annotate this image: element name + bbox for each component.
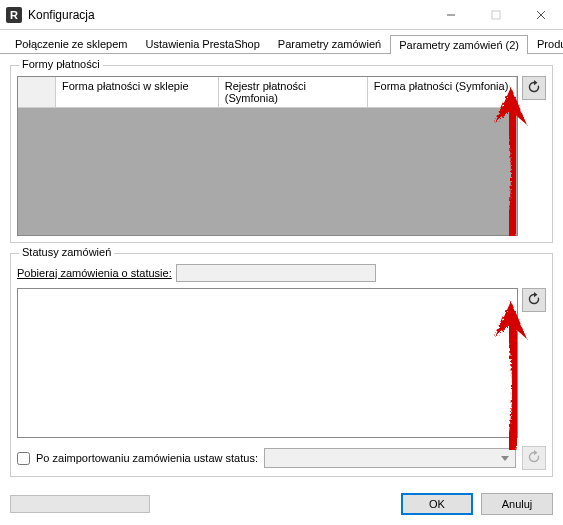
refresh-post-import-button[interactable] bbox=[522, 446, 546, 470]
col-header-shop-payment[interactable]: Forma płatności w sklepie bbox=[56, 77, 219, 108]
payments-groupbox: Formy płatności Forma płatności w sklepi… bbox=[10, 65, 553, 243]
grid-row-selector-header bbox=[18, 77, 56, 108]
post-import-combo[interactable] bbox=[264, 448, 516, 468]
maximize-button[interactable] bbox=[473, 0, 518, 30]
refresh-icon bbox=[527, 450, 541, 466]
cancel-button[interactable]: Anuluj bbox=[481, 493, 553, 515]
client-area: Formy płatności Forma płatności w sklepi… bbox=[0, 53, 563, 483]
statuses-listbox[interactable] bbox=[17, 288, 518, 438]
svg-rect-1 bbox=[492, 11, 500, 19]
fetch-status-field[interactable] bbox=[176, 264, 376, 282]
progress-bar bbox=[10, 495, 150, 513]
statuses-legend: Statusy zamówień bbox=[19, 246, 114, 258]
statuses-groupbox: Statusy zamówień Pobieraj zamówienia o s… bbox=[10, 253, 553, 477]
refresh-statuses-button[interactable] bbox=[522, 288, 546, 312]
tab-connection[interactable]: Połączenie ze sklepem bbox=[6, 34, 137, 53]
refresh-icon bbox=[527, 292, 541, 308]
refresh-icon bbox=[527, 80, 541, 96]
window-title: Konfiguracja bbox=[28, 8, 428, 22]
tab-products[interactable]: Produkty bbox=[528, 34, 563, 53]
post-import-checkbox[interactable] bbox=[17, 452, 30, 465]
payments-grid[interactable]: Forma płatności w sklepie Rejestr płatno… bbox=[17, 76, 518, 236]
tab-prestashop-settings[interactable]: Ustawienia PrestaShop bbox=[137, 34, 269, 53]
tab-strip: Połączenie ze sklepem Ustawienia PrestaS… bbox=[0, 30, 563, 54]
tab-order-params[interactable]: Parametry zamówień bbox=[269, 34, 390, 53]
ok-button[interactable]: OK bbox=[401, 493, 473, 515]
minimize-button[interactable] bbox=[428, 0, 473, 30]
col-header-register-symfonia[interactable]: Rejestr płatności (Symfonia) bbox=[219, 77, 368, 108]
fetch-status-label: Pobieraj zamówienia o statusie: bbox=[17, 267, 172, 279]
refresh-payments-button[interactable] bbox=[522, 76, 546, 100]
payments-grid-header: Forma płatności w sklepie Rejestr płatno… bbox=[18, 77, 517, 108]
titlebar: R Konfiguracja bbox=[0, 0, 563, 30]
app-icon: R bbox=[6, 7, 22, 23]
button-bar: OK Anuluj bbox=[10, 493, 553, 515]
col-header-payment-symfonia[interactable]: Forma płatności (Symfonia) bbox=[368, 77, 517, 108]
tab-order-params-2[interactable]: Parametry zamówień (2) bbox=[390, 35, 528, 54]
close-button[interactable] bbox=[518, 0, 563, 30]
payments-legend: Formy płatności bbox=[19, 58, 103, 70]
post-import-label: Po zaimportowaniu zamówienia ustaw statu… bbox=[36, 452, 258, 464]
